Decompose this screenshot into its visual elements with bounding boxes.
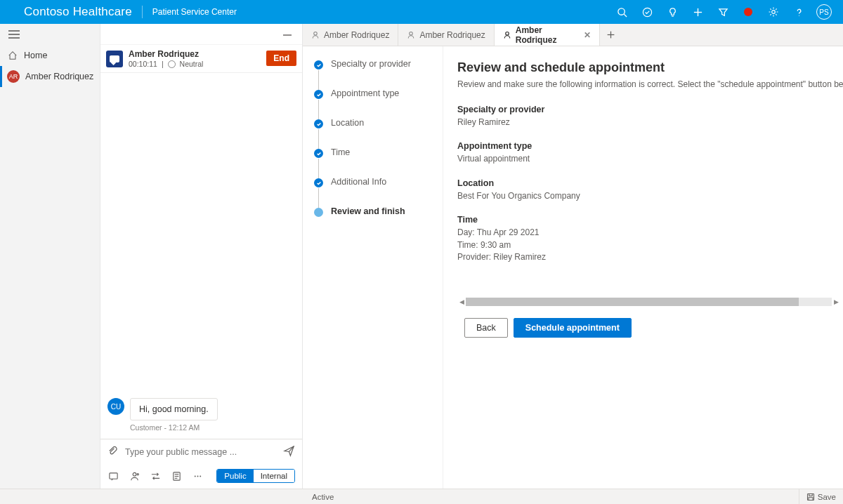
step-time[interactable]: Time bbox=[314, 147, 443, 157]
scroll-left-icon[interactable]: ◀ bbox=[457, 298, 466, 305]
main-area: Amber Rodriquez Amber Rodriquez Amber Ro… bbox=[303, 24, 843, 489]
close-icon[interactable]: ✕ bbox=[584, 30, 591, 40]
step-specialty[interactable]: Specialty or provider bbox=[314, 59, 443, 69]
send-icon[interactable] bbox=[283, 445, 295, 459]
user-avatar[interactable]: PS bbox=[812, 0, 836, 24]
hamburger-icon[interactable] bbox=[0, 24, 100, 45]
svg-point-20 bbox=[194, 475, 195, 477]
more-icon[interactable] bbox=[192, 471, 203, 482]
svg-point-6 bbox=[772, 11, 776, 14]
gear-icon[interactable] bbox=[762, 0, 785, 24]
person-icon bbox=[503, 31, 511, 39]
search-icon[interactable] bbox=[610, 0, 634, 24]
task-check-icon[interactable] bbox=[635, 0, 659, 24]
end-button[interactable]: End bbox=[266, 51, 296, 66]
transfer-icon[interactable] bbox=[150, 471, 161, 482]
field-time: Time Day: Thu Apr 29 2021 Time: 9:30 am … bbox=[457, 215, 843, 263]
tab-1-label: Amber Rodriquez bbox=[324, 30, 389, 40]
notes-icon[interactable] bbox=[171, 471, 182, 482]
conversation-sentiment: Neutral bbox=[180, 60, 204, 68]
add-tab-button[interactable] bbox=[600, 24, 622, 46]
chat-transcript: CU Hi, good morning. Customer - 12:12 AM bbox=[100, 73, 302, 439]
svg-rect-30 bbox=[809, 497, 813, 500]
back-button[interactable]: Back bbox=[464, 318, 508, 338]
tab-bar: Amber Rodriquez Amber Rodriquez Amber Ro… bbox=[303, 24, 843, 46]
minimize-icon[interactable] bbox=[282, 28, 295, 40]
svg-point-14 bbox=[133, 472, 136, 476]
nav-home-label: Home bbox=[24, 51, 47, 60]
tab-2-label: Amber Rodriquez bbox=[419, 30, 485, 40]
person-icon bbox=[311, 31, 320, 39]
svg-point-25 bbox=[506, 32, 509, 35]
person-icon bbox=[407, 31, 415, 39]
svg-rect-13 bbox=[109, 472, 117, 478]
schedule-appointment-button[interactable]: Schedule appointment bbox=[514, 318, 632, 338]
nav-session[interactable]: AR Amber Rodriquez bbox=[0, 66, 100, 87]
record-status: Active bbox=[312, 493, 334, 501]
message-meta: Customer - 12:12 AM bbox=[130, 423, 295, 432]
conversation-header[interactable]: Amber Rodriquez 00:10:11 | Neutral End bbox=[100, 45, 302, 73]
svg-point-0 bbox=[617, 8, 624, 14]
scroll-right-icon[interactable]: ▶ bbox=[832, 298, 840, 305]
step-review[interactable]: Review and finish bbox=[314, 206, 443, 216]
message-input[interactable] bbox=[125, 447, 276, 457]
brand-subtitle: Patient Service Center bbox=[142, 6, 237, 18]
svg-point-15 bbox=[137, 473, 138, 475]
chat-icon bbox=[106, 51, 123, 67]
chat-message: CU Hi, good morning. bbox=[107, 398, 295, 420]
conversation-panel: Amber Rodriquez 00:10:11 | Neutral End C… bbox=[100, 24, 303, 489]
svg-point-2 bbox=[643, 8, 651, 16]
lightbulb-icon[interactable] bbox=[660, 0, 684, 24]
presence-indicator[interactable] bbox=[736, 0, 760, 24]
step-location[interactable]: Location bbox=[314, 118, 443, 128]
review-panel: Review and schedule appointment Review a… bbox=[443, 46, 843, 489]
pill-internal[interactable]: Internal bbox=[254, 470, 294, 482]
add-icon[interactable] bbox=[686, 0, 710, 24]
message-compose bbox=[100, 439, 302, 465]
horizontal-scrollbar[interactable]: ◀ ▶ bbox=[457, 297, 843, 307]
brand-title: Contoso Healthcare bbox=[24, 5, 132, 19]
tab-2[interactable]: Amber Rodriquez bbox=[398, 24, 494, 46]
consult-icon[interactable] bbox=[129, 471, 140, 482]
nav-session-label: Amber Rodriquez bbox=[25, 72, 93, 81]
tab-3[interactable]: Amber Rodriquez ✕ bbox=[495, 24, 600, 46]
svg-point-7 bbox=[798, 15, 799, 15]
tab-1[interactable]: Amber Rodriquez bbox=[303, 24, 398, 46]
message-text: Hi, good morning. bbox=[130, 398, 218, 420]
save-icon bbox=[806, 493, 815, 501]
pill-public[interactable]: Public bbox=[217, 470, 253, 482]
svg-rect-29 bbox=[809, 493, 813, 496]
step-additional-info[interactable]: Additional Info bbox=[314, 177, 443, 187]
field-appointment-type: Appointment type Virtual appointment bbox=[457, 141, 843, 165]
visibility-toggle: Public Internal bbox=[216, 469, 295, 483]
quick-reply-icon[interactable] bbox=[107, 471, 119, 482]
nav-home[interactable]: Home bbox=[0, 45, 100, 66]
wizard-stepper: Specialty or provider Appointment type L… bbox=[303, 46, 443, 489]
field-location: Location Best For You Organics Company bbox=[457, 178, 843, 202]
compose-toolbar: Public Internal bbox=[100, 465, 302, 489]
conversation-name: Amber Rodriquez bbox=[129, 49, 261, 59]
conversation-timer: 00:10:11 bbox=[129, 60, 157, 68]
sentiment-icon bbox=[168, 60, 176, 68]
app-topbar: Contoso Healthcare Patient Service Cente… bbox=[0, 0, 843, 24]
help-icon[interactable] bbox=[787, 0, 811, 24]
svg-point-23 bbox=[314, 32, 318, 35]
svg-point-21 bbox=[197, 475, 198, 477]
filter-icon[interactable] bbox=[711, 0, 735, 24]
customer-avatar: CU bbox=[107, 398, 124, 415]
tab-3-label: Amber Rodriquez bbox=[516, 25, 575, 45]
field-specialty: Specialty or provider Riley Ramirez bbox=[457, 105, 843, 128]
svg-point-22 bbox=[200, 475, 201, 477]
save-button[interactable]: Save bbox=[799, 489, 843, 504]
review-description: Review and make sure the following infor… bbox=[457, 79, 843, 89]
svg-point-24 bbox=[410, 32, 413, 35]
review-heading: Review and schedule appointment bbox=[457, 60, 843, 75]
session-avatar: AR bbox=[7, 70, 20, 83]
attach-icon[interactable] bbox=[107, 446, 118, 458]
topbar-actions: PS bbox=[610, 0, 836, 24]
svg-line-1 bbox=[624, 14, 627, 17]
status-bar: Active Save bbox=[0, 489, 843, 504]
left-sidebar: Home AR Amber Rodriquez bbox=[0, 24, 100, 489]
home-icon bbox=[7, 50, 18, 61]
step-appointment-type[interactable]: Appointment type bbox=[314, 88, 443, 98]
